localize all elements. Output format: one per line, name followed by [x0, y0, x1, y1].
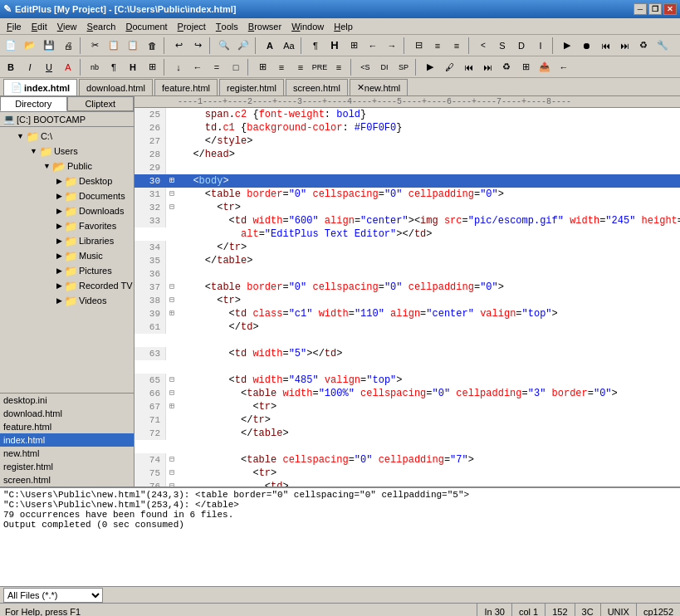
tree-item-public[interactable]: ▼ 📂 Public [0, 159, 134, 174]
close-button[interactable]: ✕ [663, 3, 677, 15]
file-feature-html[interactable]: feature.html [0, 420, 134, 433]
underline-html-btn[interactable]: U [40, 58, 58, 76]
table-btn[interactable]: ⊞ [143, 58, 161, 76]
collapse-btn[interactable]: ⊟ [409, 37, 428, 55]
restore-button[interactable]: ❐ [648, 3, 662, 15]
redo-button[interactable]: ↪ [188, 37, 207, 55]
tree-item-videos[interactable]: ▶ 📁 Videos [0, 293, 134, 308]
img-btn[interactable]: □ [227, 58, 245, 76]
save-button[interactable]: 💾 [40, 37, 58, 55]
tools2-btn[interactable]: ♻ [634, 37, 653, 55]
bold-html-btn[interactable]: B [2, 58, 20, 76]
tree-item-music[interactable]: ▶ 📁 Music [0, 248, 134, 263]
tab-index-html[interactable]: 📄 index.html [3, 79, 77, 95]
file-desktop-ini[interactable]: desktop.ini [0, 394, 134, 407]
di-btn[interactable]: D [512, 37, 531, 55]
file-tree[interactable]: ▼ 📁 C:\ ▼ 📁 Users ▼ 📂 Public [0, 127, 134, 393]
file-screen-html[interactable]: screen.html [0, 473, 134, 486]
menu-edit[interactable]: Edit [27, 19, 52, 34]
tag-btn[interactable]: < [474, 37, 492, 55]
tree-item-downloads[interactable]: ▶ 📁 Downloads [0, 203, 134, 218]
print-button[interactable]: 🖨 [59, 37, 77, 55]
s-html-btn[interactable]: <S [356, 58, 374, 76]
list-btn[interactable]: ≡ [428, 37, 447, 55]
new-file-button[interactable]: 📄 [2, 37, 20, 55]
tree-item-recorded-tv[interactable]: ▶ 📁 Recorded TV [0, 278, 134, 293]
anchor-btn[interactable]: ↓ [169, 58, 188, 76]
filetype-select[interactable]: All Files (*.*) [3, 588, 103, 603]
para-btn[interactable]: ¶ [105, 58, 123, 76]
cut-button[interactable]: ✂ [86, 37, 104, 55]
tab-new-html[interactable]: ✕ new.html [350, 79, 408, 95]
h-tag-btn[interactable]: H [124, 58, 142, 76]
tree-item-c[interactable]: ▼ 📁 C:\ [0, 129, 134, 144]
menu-file[interactable]: File [2, 19, 27, 34]
file-register-html[interactable]: register.html [0, 460, 134, 473]
align-btn[interactable]: ≡ [272, 58, 291, 76]
form-btn[interactable]: ⊞ [253, 58, 272, 76]
tab-download-html[interactable]: download.html [79, 79, 153, 95]
record-btn[interactable]: ⏺ [577, 37, 595, 55]
preview-btn[interactable]: ▶ [558, 37, 576, 55]
tab-directory[interactable]: Directory [0, 96, 67, 111]
next-btn[interactable]: ⏭ [478, 58, 497, 76]
menu-help[interactable]: Help [329, 19, 358, 34]
font-color-btn[interactable]: A [59, 58, 77, 76]
replace-button[interactable]: 🔎 [234, 37, 252, 55]
align2-btn[interactable]: ≡ [291, 58, 310, 76]
pre-btn[interactable]: PRE [311, 58, 329, 76]
config-btn[interactable]: 🔧 [653, 37, 672, 55]
indent2-btn[interactable]: ≡ [330, 58, 348, 76]
find-button[interactable]: 🔍 [215, 37, 233, 55]
menu-browser[interactable]: Browser [243, 19, 286, 34]
code-content[interactable]: 25 span.c2 {font-weight: bold} 26 td.c1 … [135, 108, 680, 486]
wordwrap-btn[interactable]: ¶ [306, 37, 325, 55]
file-index-html[interactable]: index.html [0, 433, 134, 447]
back2-btn[interactable]: ← [555, 58, 573, 76]
tree-item-desktop[interactable]: ▶ 📁 Desktop [0, 174, 134, 188]
italic-html-btn[interactable]: I [21, 58, 39, 76]
tree-item-documents[interactable]: ▶ 📁 Documents [0, 188, 134, 203]
tab-screen-html[interactable]: screen.html [286, 79, 348, 95]
indent-btn[interactable]: ← [364, 37, 382, 55]
back-btn[interactable]: ← [188, 58, 207, 76]
prev-btn[interactable]: ⏮ [459, 58, 477, 76]
play-btn[interactable]: ▶ [421, 58, 439, 76]
menu-search[interactable]: Search [82, 19, 121, 34]
heading-btn[interactable]: H [325, 37, 344, 55]
file-new-html[interactable]: new.html [0, 447, 134, 460]
i-btn[interactable]: I [531, 37, 550, 55]
refresh-btn[interactable]: ♻ [497, 58, 516, 76]
paste-button[interactable]: 📋 [124, 37, 142, 55]
insert-btn[interactable]: ⊞ [345, 37, 363, 55]
tab-cliptext[interactable]: Cliptext [67, 96, 135, 111]
bold-btn[interactable]: A [261, 37, 279, 55]
run-btn[interactable]: ⏭ [615, 37, 634, 55]
outdent-btn[interactable]: → [383, 37, 401, 55]
font-btn[interactable]: Aa [280, 37, 298, 55]
hr-btn[interactable]: = [208, 58, 226, 76]
tab-register-html[interactable]: register.html [219, 79, 284, 95]
copy-button[interactable]: 📋 [105, 37, 123, 55]
tree-item-users[interactable]: ▼ 📁 Users [0, 144, 134, 159]
tree-item-pictures[interactable]: ▶ 📁 Pictures [0, 263, 134, 278]
upload-btn[interactable]: 📤 [536, 58, 554, 76]
tree-item-favorites[interactable]: ▶ 📁 Favorites [0, 218, 134, 233]
nbsp-btn[interactable]: nb [86, 58, 104, 76]
orderlist-btn[interactable]: ≡ [448, 37, 466, 55]
undo-button[interactable]: ↩ [169, 37, 188, 55]
menu-window[interactable]: Window [286, 19, 329, 34]
file-download-html[interactable]: download.html [0, 407, 134, 420]
tree-item-libraries[interactable]: ▶ 📁 Libraries [0, 233, 134, 248]
menu-document[interactable]: Document [120, 19, 172, 34]
menu-tools[interactable]: Tools [211, 19, 243, 34]
menu-view[interactable]: View [52, 19, 82, 34]
sp-btn[interactable]: SP [394, 58, 413, 76]
pen-btn[interactable]: 🖋 [440, 58, 458, 76]
minimize-button[interactable]: ─ [634, 3, 647, 15]
open-file-button[interactable]: 📂 [21, 37, 39, 55]
drive-selector[interactable]: 💻 [C:] BOOTCAMP [0, 112, 134, 127]
step-btn[interactable]: ⏮ [596, 37, 614, 55]
delete-button[interactable]: 🗑 [143, 37, 161, 55]
di-html-btn[interactable]: DI [375, 58, 394, 76]
